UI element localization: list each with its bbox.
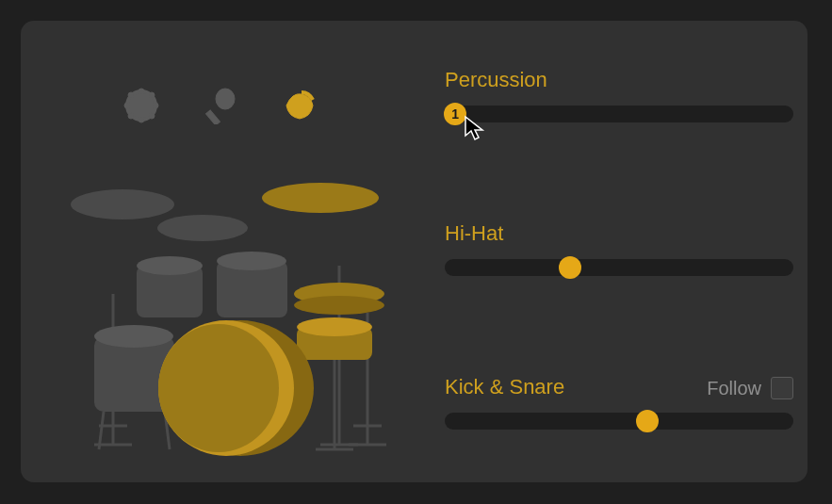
svg-point-33 bbox=[297, 317, 372, 336]
kick-snare-control: Kick & Snare Follow bbox=[445, 375, 793, 430]
svg-point-25 bbox=[137, 256, 203, 275]
hihat-slider[interactable] bbox=[445, 259, 793, 276]
svg-point-9 bbox=[216, 89, 235, 109]
svg-point-19 bbox=[71, 189, 174, 219]
svg-point-29 bbox=[94, 325, 173, 348]
svg-point-6 bbox=[149, 92, 155, 98]
svg-point-23 bbox=[294, 296, 384, 315]
slider-controls: Percussion 1 Hi-Hat Kick & Snare Follow bbox=[445, 68, 793, 430]
kick-snare-slider[interactable] bbox=[445, 413, 793, 430]
follow-checkbox[interactable] bbox=[771, 377, 793, 399]
svg-rect-10 bbox=[206, 110, 220, 124]
percussion-slider[interactable]: 1 bbox=[445, 106, 793, 122]
svg-point-21 bbox=[262, 183, 379, 213]
svg-point-8 bbox=[149, 113, 155, 119]
svg-point-4 bbox=[139, 117, 144, 122]
tambourine-icon[interactable] bbox=[122, 87, 160, 124]
percussion-icon-row bbox=[122, 87, 318, 124]
svg-point-1 bbox=[124, 103, 130, 108]
hihat-control: Hi-Hat bbox=[445, 221, 793, 276]
percussion-label: Percussion bbox=[445, 68, 793, 92]
svg-point-7 bbox=[128, 113, 134, 119]
hihat-label: Hi-Hat bbox=[445, 221, 793, 246]
drummer-panel: Percussion 1 Hi-Hat Kick & Snare Follow bbox=[21, 21, 808, 482]
percussion-slider-thumb[interactable]: 1 bbox=[444, 103, 466, 125]
svg-point-3 bbox=[139, 89, 144, 94]
svg-point-27 bbox=[217, 252, 286, 270]
svg-point-5 bbox=[128, 92, 134, 98]
percussion-control: Percussion 1 bbox=[445, 68, 793, 122]
percussion-slider-value: 1 bbox=[451, 106, 459, 122]
maraca-icon[interactable] bbox=[202, 87, 239, 124]
drum-kit-illustration[interactable] bbox=[57, 162, 415, 463]
claps-icon[interactable] bbox=[281, 87, 318, 124]
hihat-slider-thumb[interactable] bbox=[559, 256, 581, 279]
svg-point-38 bbox=[158, 324, 279, 452]
follow-label: Follow bbox=[707, 378, 761, 399]
svg-point-20 bbox=[157, 215, 248, 241]
follow-control: Follow bbox=[707, 377, 793, 399]
kick-snare-slider-thumb[interactable] bbox=[636, 410, 659, 432]
svg-point-2 bbox=[153, 103, 158, 108]
